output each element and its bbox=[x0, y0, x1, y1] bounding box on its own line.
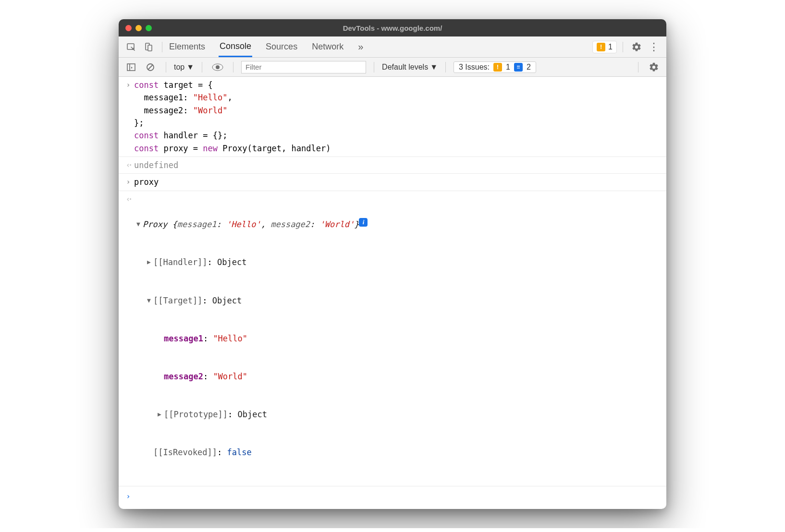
tab-elements[interactable]: Elements bbox=[168, 37, 206, 56]
console-output-object: ▼Proxy {message1: 'Hello', message2: 'Wo… bbox=[134, 193, 661, 484]
prompt-marker-icon bbox=[123, 490, 134, 502]
console-input-code: const target = { message1: "Hello", mess… bbox=[134, 79, 661, 155]
divider bbox=[202, 62, 202, 73]
divider bbox=[638, 62, 638, 73]
svg-point-6 bbox=[216, 65, 220, 69]
console-toolbar: top ▼ Default levels ▼ 3 Issues: ! 1 = 2 bbox=[119, 58, 666, 77]
divider bbox=[445, 62, 446, 73]
log-levels-selector[interactable]: Default levels ▼ bbox=[382, 63, 438, 72]
tab-more[interactable]: » bbox=[357, 37, 364, 57]
issues-label: 3 Issues: bbox=[459, 63, 490, 72]
console-input-row[interactable]: const target = { message1: "Hello", mess… bbox=[119, 77, 666, 157]
device-toolbar-icon[interactable] bbox=[141, 39, 156, 55]
chevron-down-icon: ▼ bbox=[186, 63, 194, 72]
warning-icon: ! bbox=[493, 63, 502, 72]
console-output-row: ▼Proxy {message1: 'Hello', message2: 'Wo… bbox=[119, 191, 666, 486]
context-selector[interactable]: top ▼ bbox=[174, 63, 194, 72]
minimize-window-button[interactable] bbox=[135, 25, 142, 31]
tab-console[interactable]: Console bbox=[219, 37, 252, 57]
disclosure-triangle-icon[interactable]: ▼ bbox=[134, 218, 143, 229]
divider bbox=[233, 62, 233, 73]
console-settings-gear-icon[interactable] bbox=[646, 60, 662, 75]
console-input-row[interactable]: proxy bbox=[119, 174, 666, 191]
context-label: top bbox=[174, 63, 184, 72]
divider bbox=[374, 62, 374, 73]
panel-tabs: Elements Console Sources Network » bbox=[168, 37, 364, 57]
issues-box[interactable]: 3 Issues: ! 1 = 2 bbox=[454, 61, 536, 73]
output-marker-icon bbox=[123, 159, 134, 171]
console-output-row: undefined bbox=[119, 157, 666, 174]
issues-warn-count: 1 bbox=[506, 63, 510, 72]
disclosure-triangle-icon[interactable]: ▶ bbox=[155, 408, 164, 419]
inspect-element-icon[interactable] bbox=[123, 39, 139, 55]
live-expression-icon[interactable] bbox=[210, 60, 225, 75]
disclosure-triangle-icon[interactable]: ▶ bbox=[145, 256, 153, 267]
info-icon[interactable]: i bbox=[359, 218, 368, 227]
tab-network[interactable]: Network bbox=[311, 37, 344, 56]
input-marker-icon bbox=[123, 176, 134, 188]
console-body: const target = { message1: "Hello", mess… bbox=[119, 77, 666, 509]
divider bbox=[623, 42, 623, 52]
devtools-window: DevTools - www.google.com/ Elements Cons… bbox=[119, 19, 666, 509]
input-marker-icon bbox=[123, 79, 134, 155]
warning-count: 1 bbox=[608, 43, 613, 51]
close-window-button[interactable] bbox=[125, 25, 132, 31]
titlebar: DevTools - www.google.com/ bbox=[119, 19, 666, 36]
divider bbox=[166, 62, 166, 73]
warnings-chip[interactable]: ! 1 bbox=[592, 41, 617, 53]
console-output-value: undefined bbox=[134, 159, 661, 171]
tab-sources[interactable]: Sources bbox=[265, 37, 298, 56]
window-title: DevTools - www.google.com/ bbox=[119, 24, 666, 32]
traffic-lights bbox=[125, 25, 152, 31]
show-console-sidebar-icon[interactable] bbox=[123, 60, 139, 75]
disclosure-triangle-icon[interactable]: ▼ bbox=[145, 294, 153, 305]
svg-rect-2 bbox=[148, 45, 152, 51]
divider bbox=[162, 42, 162, 52]
panel-tabbar: Elements Console Sources Network » ! 1 ⋮ bbox=[119, 36, 666, 58]
chevron-down-icon: ▼ bbox=[430, 63, 438, 72]
console-prompt-input[interactable] bbox=[134, 490, 661, 502]
console-prompt-row[interactable] bbox=[119, 486, 666, 509]
console-input-code: proxy bbox=[134, 176, 661, 188]
warning-icon: ! bbox=[597, 43, 605, 51]
output-marker-icon bbox=[123, 193, 134, 484]
settings-gear-icon[interactable] bbox=[629, 39, 644, 55]
issues-msg-count: 2 bbox=[527, 63, 531, 72]
levels-label: Default levels bbox=[382, 63, 428, 72]
filter-input[interactable] bbox=[241, 61, 366, 73]
more-menu-icon[interactable]: ⋮ bbox=[646, 39, 662, 55]
clear-console-icon[interactable] bbox=[143, 60, 158, 75]
maximize-window-button[interactable] bbox=[146, 25, 152, 31]
message-icon: = bbox=[514, 63, 523, 72]
